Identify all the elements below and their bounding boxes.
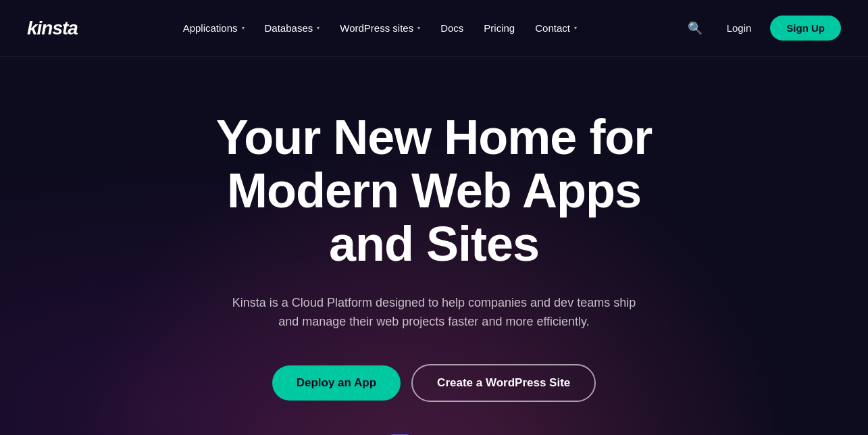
nav-item-contact[interactable]: Contact ▾ (527, 17, 585, 39)
main-nav: kinsta Applications ▾ Databases ▾ WordPr… (0, 0, 868, 57)
login-button[interactable]: Login (719, 17, 760, 39)
nav-item-databases[interactable]: Databases ▾ (257, 17, 328, 39)
nav-item-docs[interactable]: Docs (432, 17, 471, 39)
search-icon: 🔍 (688, 21, 703, 36)
nav-wordpress-label: WordPress sites (340, 22, 413, 34)
wordpress-chevron-icon: ▾ (417, 25, 420, 31)
nav-item-applications[interactable]: Applications ▾ (175, 17, 253, 39)
nav-links: Applications ▾ Databases ▾ WordPress sit… (175, 17, 585, 39)
nav-contact-label: Contact (535, 22, 570, 34)
nav-applications-label: Applications (183, 22, 238, 34)
create-wordpress-button[interactable]: Create a WordPress Site (411, 364, 596, 402)
nav-databases-label: Databases (265, 22, 313, 34)
contact-chevron-icon: ▾ (574, 25, 577, 31)
databases-chevron-icon: ▾ (317, 25, 320, 31)
logo[interactable]: kinsta (27, 18, 78, 39)
nav-docs-label: Docs (440, 22, 463, 34)
nav-item-wordpress[interactable]: WordPress sites ▾ (332, 17, 428, 39)
signup-button[interactable]: Sign Up (770, 16, 841, 41)
deploy-app-button[interactable]: Deploy an App (272, 365, 401, 401)
nav-pricing-label: Pricing (484, 22, 515, 34)
nav-actions: 🔍 Login Sign Up (682, 16, 841, 41)
applications-chevron-icon: ▾ (242, 25, 245, 31)
hero-subtitle: Kinsta is a Cloud Platform designed to h… (225, 293, 644, 332)
logo-text: kinsta (27, 18, 78, 39)
nav-item-pricing[interactable]: Pricing (476, 17, 523, 39)
hero-title: Your New Home for Modern Web Apps and Si… (198, 111, 671, 272)
hero-buttons: Deploy an App Create a WordPress Site (272, 364, 596, 402)
search-button[interactable]: 🔍 (682, 16, 708, 41)
hero-section: Your New Home for Modern Web Apps and Si… (0, 57, 868, 435)
